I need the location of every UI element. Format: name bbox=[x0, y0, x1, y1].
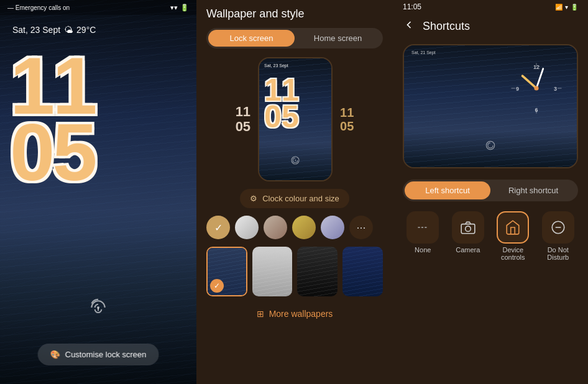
shortcut-camera: Camera bbox=[448, 211, 489, 261]
preview-hour-1: 11 bbox=[236, 104, 250, 119]
date-weather: Sat, 23 Sept 🌤 29°C bbox=[12, 25, 96, 35]
preview-min-2: 05 bbox=[340, 119, 354, 133]
panel-wallpaper: Wallpaper and style Lock screen Home scr… bbox=[196, 0, 393, 384]
panel3-battery-icon: 🔋 bbox=[571, 4, 578, 11]
swatch-1[interactable] bbox=[235, 216, 259, 239]
shortcut-camera-label: Camera bbox=[456, 246, 480, 254]
wallpaper-thumbnails: ✓ bbox=[206, 247, 383, 296]
weather-icon: 🌤 bbox=[64, 25, 73, 35]
phone-mockup-center[interactable]: Sat, 23 Sept 11 05 bbox=[258, 57, 333, 181]
shortcuts-header: Shortcuts bbox=[393, 11, 588, 38]
fingerprint-button[interactable] bbox=[88, 298, 108, 322]
preview-min-1: 05 bbox=[236, 119, 250, 134]
tab-left-shortcut[interactable]: Left shortcut bbox=[405, 181, 490, 199]
shortcuts-phone-preview: Sat, 21 Sept 12 3 6 9 bbox=[403, 44, 578, 168]
gear-icon: ⚙ bbox=[250, 194, 257, 203]
phone-clock-min: 05 bbox=[264, 104, 299, 130]
svg-line-11 bbox=[536, 69, 543, 89]
svg-line-10 bbox=[523, 76, 537, 88]
svg-text:9: 9 bbox=[516, 86, 519, 92]
tab-lock-screen[interactable]: Lock screen bbox=[208, 30, 295, 47]
wallpaper-title: Wallpaper and style bbox=[196, 0, 393, 24]
swatch-4[interactable] bbox=[321, 216, 344, 239]
shortcut-tabs: Left shortcut Right shortcut bbox=[403, 180, 578, 201]
tab-bar: Lock screen Home screen bbox=[206, 28, 383, 48]
more-wallpapers-button[interactable]: ⊞ More wallpapers bbox=[247, 304, 343, 324]
more-wallpapers-label: More wallpapers bbox=[269, 309, 333, 319]
shortcut-device-controls-icon[interactable] bbox=[497, 211, 529, 244]
wallpaper-content: 11 05 Sat, 23 Sept 11 05 bbox=[196, 52, 393, 384]
lock-clock: 11 05 bbox=[10, 50, 95, 189]
clock-colour-label: Clock colour and size bbox=[262, 194, 339, 203]
colour-swatches: ··· bbox=[206, 216, 383, 239]
emergency-text: — Emergency calls on bbox=[7, 4, 170, 11]
panel-lockscreen: — Emergency calls on ▾▾ 🔋 Sat, 23 Sept 🌤… bbox=[0, 0, 196, 384]
phone-fingerprint bbox=[290, 155, 301, 168]
shortcut-dnd-label: Do Not Disturb bbox=[538, 246, 579, 261]
temp-text: 29°C bbox=[76, 25, 96, 35]
svg-point-0 bbox=[97, 306, 99, 309]
shortcut-camera-icon[interactable] bbox=[452, 211, 484, 244]
clock-preview-small[interactable]: 11 05 bbox=[236, 104, 250, 134]
p3-fingerprint bbox=[484, 139, 497, 155]
phone-clock-display: 11 05 bbox=[264, 77, 299, 130]
shortcuts-grid: None Camera Device controls bbox=[403, 211, 578, 261]
wifi-icon: ▾▾ bbox=[170, 4, 178, 12]
customise-icon: 🎨 bbox=[50, 350, 60, 359]
svg-point-16 bbox=[465, 226, 471, 232]
shortcut-dnd-icon[interactable] bbox=[542, 211, 574, 244]
clock-previews: 11 05 Sat, 23 Sept 11 05 bbox=[206, 57, 383, 181]
shortcut-none: None bbox=[403, 211, 443, 261]
analog-clock: 12 3 6 9 bbox=[508, 60, 564, 116]
panel3-wifi-icon: ▾ bbox=[565, 4, 568, 11]
svg-point-12 bbox=[534, 86, 538, 90]
shortcut-none-label: None bbox=[415, 246, 431, 254]
date-text: Sat, 23 Sept bbox=[12, 25, 60, 35]
swatch-more[interactable]: ··· bbox=[349, 216, 373, 239]
wallpaper-thumb-1[interactable] bbox=[252, 247, 293, 296]
clock-colour-button[interactable]: ⚙ Clock colour and size bbox=[240, 189, 349, 208]
thumb-selected-check: ✓ bbox=[210, 279, 224, 293]
clock-display: 11 05 bbox=[10, 50, 95, 189]
wallpaper-thumb-2[interactable] bbox=[297, 247, 338, 296]
preview-hour-2: 11 bbox=[340, 106, 354, 119]
shortcut-dnd: Do Not Disturb bbox=[538, 211, 579, 261]
customise-lock-button[interactable]: 🎨 Customise lock screen bbox=[38, 344, 159, 365]
panel-shortcuts: 11:05 📶 ▾ 🔋 Shortcuts Sat, 21 Sept 12 3 … bbox=[393, 0, 588, 384]
panel3-signal-icon: 📶 bbox=[555, 4, 563, 11]
swatch-0[interactable] bbox=[206, 216, 230, 239]
shortcut-none-icon[interactable] bbox=[407, 211, 439, 244]
tab-right-shortcut[interactable]: Right shortcut bbox=[490, 181, 576, 199]
p3-date: Sat, 21 Sept bbox=[411, 50, 436, 55]
svg-text:3: 3 bbox=[554, 86, 557, 92]
shortcut-device-controls: Device controls bbox=[493, 211, 533, 261]
clock-minute: 05 bbox=[10, 116, 95, 189]
status-bar: — Emergency calls on ▾▾ 🔋 bbox=[0, 0, 196, 15]
wallpaper-grid-icon: ⊞ bbox=[257, 309, 264, 319]
wallpaper-thumb-0[interactable]: ✓ bbox=[206, 247, 247, 296]
clock-preview-bold[interactable]: 11 05 bbox=[340, 106, 354, 133]
status-icons: ▾▾ 🔋 bbox=[170, 4, 189, 12]
shortcut-device-controls-label: Device controls bbox=[493, 246, 533, 261]
shortcuts-title: Shortcuts bbox=[423, 20, 470, 33]
battery-icon: 🔋 bbox=[180, 4, 189, 12]
wallpaper-thumb-3[interactable] bbox=[342, 247, 383, 296]
back-button[interactable] bbox=[403, 19, 415, 34]
svg-rect-15 bbox=[461, 224, 475, 234]
panel3-time: 11:05 bbox=[403, 2, 421, 11]
panel3-status-bar: 11:05 📶 ▾ 🔋 bbox=[393, 0, 588, 11]
swatch-2[interactable] bbox=[264, 216, 287, 239]
swatch-3[interactable] bbox=[292, 216, 316, 239]
tab-home-screen[interactable]: Home screen bbox=[295, 30, 381, 47]
phone-date: Sat, 23 Sept bbox=[264, 63, 288, 68]
customise-label: Customise lock screen bbox=[65, 350, 147, 359]
